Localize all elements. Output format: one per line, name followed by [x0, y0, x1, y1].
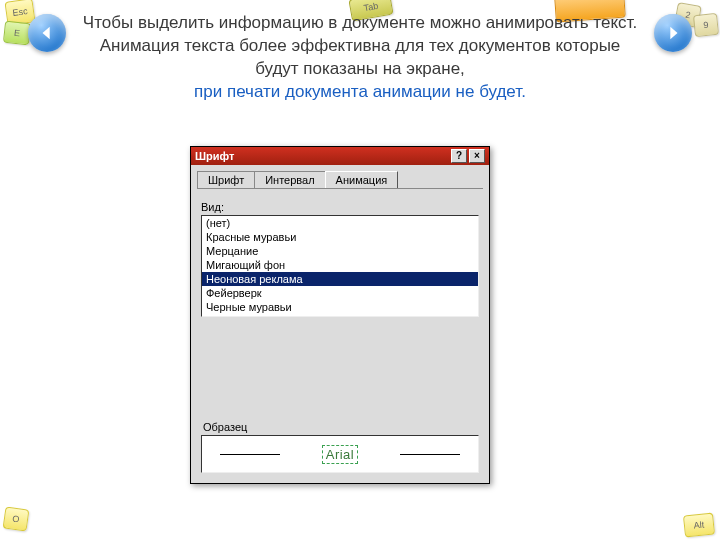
bg-key-e: E: [3, 21, 31, 46]
close-button[interactable]: ×: [469, 149, 485, 163]
headline-line-1: Чтобы выделить информацию в документе мо…: [83, 13, 637, 32]
next-slide-button[interactable]: [654, 14, 692, 52]
dialog-title: Шрифт: [195, 150, 234, 162]
headline-line-3: при печати документа анимации не будет.: [194, 82, 526, 101]
preview-box: Arial: [201, 435, 479, 473]
tab-animation[interactable]: Анимация: [325, 171, 399, 188]
bg-key-o: O: [3, 506, 30, 531]
tab-interval[interactable]: Интервал: [254, 171, 325, 188]
preview-text: Arial: [324, 447, 357, 462]
animation-option[interactable]: Мерцание: [202, 244, 478, 258]
arrow-left-icon: [38, 24, 56, 42]
help-button[interactable]: ?: [451, 149, 467, 163]
svg-marker-1: [670, 27, 677, 40]
tab-font[interactable]: Шрифт: [197, 171, 255, 188]
svg-marker-0: [43, 27, 50, 40]
arrow-right-icon: [664, 24, 682, 42]
headline-text: Чтобы выделить информацию в документе мо…: [80, 12, 640, 104]
animation-panel: Вид: (нет)Красные муравьиМерцаниеМигающи…: [191, 189, 489, 483]
dialog-titlebar: Шрифт ? ×: [191, 147, 489, 165]
animation-listbox[interactable]: (нет)Красные муравьиМерцаниеМигающий фон…: [201, 215, 479, 317]
tab-row: Шрифт Интервал Анимация: [191, 165, 489, 188]
headline-line-2: Анимация текста более эффективна для тех…: [100, 36, 621, 78]
animation-option[interactable]: (нет): [202, 216, 478, 230]
animation-option[interactable]: Фейерверк: [202, 286, 478, 300]
animation-option[interactable]: Мигающий фон: [202, 258, 478, 272]
font-dialog: Шрифт ? × Шрифт Интервал Анимация Вид: (…: [190, 146, 490, 484]
animation-option[interactable]: Черные муравьи: [202, 300, 478, 314]
animation-option[interactable]: Красные муравьи: [202, 230, 478, 244]
kind-label: Вид:: [201, 201, 479, 213]
preview-label: Образец: [203, 421, 479, 433]
prev-slide-button[interactable]: [28, 14, 66, 52]
bg-key-alt: Alt: [683, 512, 715, 537]
animation-option[interactable]: Неоновая реклама: [202, 272, 478, 286]
bg-key-nine: 9: [693, 13, 719, 37]
